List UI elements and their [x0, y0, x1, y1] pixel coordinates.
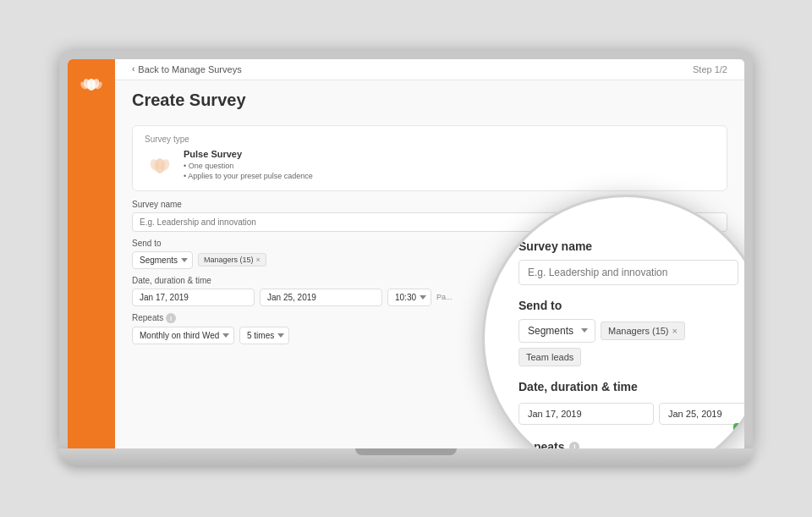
zoom-team-leads-tag: Team leads [518, 348, 581, 366]
zoom-managers-close-icon[interactable]: × [672, 326, 678, 336]
green-action-button[interactable] [733, 423, 744, 448]
zoom-repeats-section: Repeats i Monthly on third Wed 5 times [518, 440, 744, 448]
top-bar: ‹ Back to Manage Surveys Step 1/2 [115, 59, 744, 80]
pacific-label: Pa... [436, 293, 453, 301]
laptop-screen: ‹ Back to Manage Surveys Step 1/2 Create… [68, 59, 744, 448]
survey-type-bullet2: • Applies to your preset pulse cadence [184, 171, 313, 182]
page-title: Create Survey [132, 91, 727, 110]
zoom-segments-select[interactable]: Segments [518, 319, 595, 343]
app-logo [78, 69, 105, 96]
survey-type-card[interactable]: Pulse Survey • One question • Applies to… [145, 149, 715, 182]
zoom-managers-tag: Managers (15) × [601, 322, 685, 340]
zoom-survey-name-input[interactable] [518, 260, 738, 285]
scene: ‹ Back to Manage Surveys Step 1/2 Create… [0, 0, 812, 517]
time-select[interactable]: 10:30 [387, 289, 431, 306]
zoom-date-row: 10:30 Pacific Time (U... [518, 400, 744, 428]
zoom-repeats-info-icon: i [569, 442, 579, 448]
zoom-repeats-title: Repeats i [518, 440, 744, 448]
zoom-overlay: Survey name Send to Segments Managers (1… [482, 195, 744, 448]
back-label: Back to Manage Surveys [138, 64, 241, 74]
repeats-select[interactable]: Monthly on third Wed [132, 327, 234, 344]
repeats-info-icon: i [166, 313, 176, 323]
sidebar [68, 59, 115, 448]
survey-type-bullet1: • One question [184, 161, 313, 172]
step-indicator: Step 1/2 [693, 64, 727, 74]
zoom-date-start[interactable] [518, 403, 654, 425]
zoom-survey-name-title: Survey name [518, 239, 744, 253]
laptop: ‹ Back to Manage Surveys Step 1/2 Create… [59, 51, 753, 467]
laptop-base [59, 448, 753, 467]
survey-type-title: Pulse Survey [184, 149, 313, 159]
page-header: Create Survey [115, 80, 744, 117]
survey-type-section: Survey type Pulse Survey [132, 125, 727, 191]
times-select[interactable]: 5 times [239, 327, 289, 344]
zoom-content: Survey name Send to Segments Managers (1… [502, 223, 744, 448]
zoom-send-to-label: Send to [518, 299, 744, 312]
survey-type-info: Pulse Survey • One question • Applies to… [184, 149, 313, 182]
back-arrow-icon: ‹ [132, 64, 134, 74]
survey-type-label: Survey type [145, 135, 715, 144]
zoom-date-title: Date, duration & time [518, 380, 744, 393]
managers-tag: Managers (15) × [198, 253, 266, 267]
zoom-date-end[interactable] [659, 403, 744, 425]
managers-tag-close[interactable]: × [256, 256, 261, 264]
back-link[interactable]: ‹ Back to Manage Surveys [132, 64, 242, 74]
zoom-send-to-row: Segments Managers (15) × Team leads [518, 319, 744, 366]
date-end-input[interactable] [260, 289, 382, 306]
laptop-screen-outer: ‹ Back to Manage Surveys Step 1/2 Create… [59, 51, 753, 448]
zoom-date-section: Date, duration & time 10:30 Pacific Time… [518, 380, 744, 428]
segments-select[interactable]: Segments [132, 251, 193, 269]
date-start-input[interactable] [132, 289, 255, 306]
